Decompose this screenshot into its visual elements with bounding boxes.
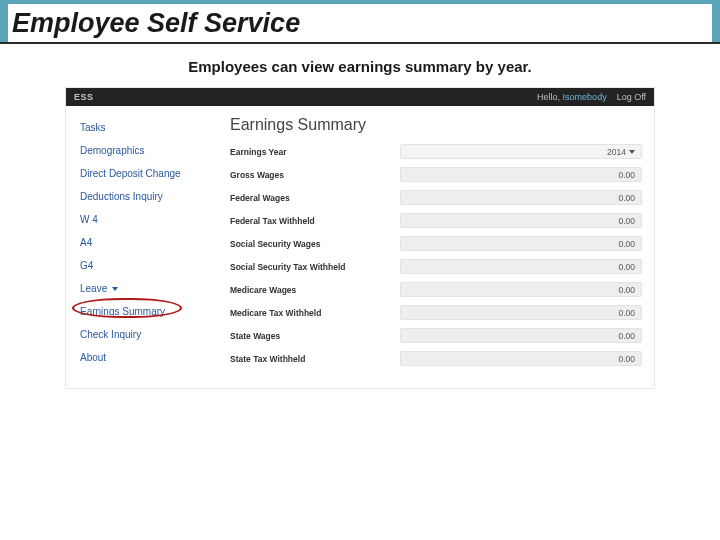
field-label: Federal Wages xyxy=(230,193,400,203)
field-label: Social Security Tax Withheld xyxy=(230,262,400,272)
row-federal-wages: Federal Wages 0.00 xyxy=(230,190,642,205)
earnings-year-select[interactable]: 2014 xyxy=(400,144,642,159)
sidebar-item-g4[interactable]: G4 xyxy=(78,254,218,277)
field-value: 0.00 xyxy=(400,351,642,366)
slide-title: Employee Self Service xyxy=(8,4,712,42)
field-value: 0.00 xyxy=(400,259,642,274)
app-screenshot: ESS Hello, Isomebody Log Off Tasks Demog… xyxy=(65,87,655,389)
earnings-year-row: Earnings Year 2014 xyxy=(230,144,642,159)
row-medicare-wages: Medicare Wages 0.00 xyxy=(230,282,642,297)
field-value: 0.00 xyxy=(400,190,642,205)
topbar-right: Hello, Isomebody Log Off xyxy=(537,92,646,102)
slide-caption: Employees can view earnings summary by y… xyxy=(0,44,720,87)
field-label: Medicare Wages xyxy=(230,285,400,295)
slide-title-bar: Employee Self Service xyxy=(0,0,720,44)
field-value: 0.00 xyxy=(400,167,642,182)
sidebar-item-about[interactable]: About xyxy=(78,346,218,369)
sidebar-item-w4[interactable]: W 4 xyxy=(78,208,218,231)
sidebar-item-earnings-summary[interactable]: Earnings Summary xyxy=(78,300,218,323)
sidebar-item-tasks[interactable]: Tasks xyxy=(78,116,218,139)
chevron-down-icon xyxy=(629,150,635,154)
sidebar-item-deductions-inquiry[interactable]: Deductions Inquiry xyxy=(78,185,218,208)
field-value: 0.00 xyxy=(400,213,642,228)
row-medicare-tax-withheld: Medicare Tax Withheld 0.00 xyxy=(230,305,642,320)
earnings-year-label: Earnings Year xyxy=(230,147,400,157)
page-heading: Earnings Summary xyxy=(230,116,642,134)
row-state-tax-withheld: State Tax Withheld 0.00 xyxy=(230,351,642,366)
sidebar-item-demographics[interactable]: Demographics xyxy=(78,139,218,162)
row-federal-tax-withheld: Federal Tax Withheld 0.00 xyxy=(230,213,642,228)
chevron-down-icon xyxy=(112,287,118,291)
field-value: 0.00 xyxy=(400,282,642,297)
app-topbar: ESS Hello, Isomebody Log Off xyxy=(66,88,654,106)
sidebar-item-a4[interactable]: A4 xyxy=(78,231,218,254)
sidebar-nav: Tasks Demographics Direct Deposit Change… xyxy=(78,116,218,374)
field-label: Gross Wages xyxy=(230,170,400,180)
logoff-link[interactable]: Log Off xyxy=(617,92,646,102)
main-panel: Earnings Summary Earnings Year 2014 Gros… xyxy=(218,116,642,374)
sidebar-item-leave[interactable]: Leave xyxy=(78,277,218,300)
field-value: 0.00 xyxy=(400,305,642,320)
row-social-security-wages: Social Security Wages 0.00 xyxy=(230,236,642,251)
greeting-text: Hello, Isomebody xyxy=(537,92,607,102)
field-label: State Wages xyxy=(230,331,400,341)
field-label: Social Security Wages xyxy=(230,239,400,249)
username-link[interactable]: Isomebody xyxy=(563,92,607,102)
field-value: 0.00 xyxy=(400,236,642,251)
app-brand[interactable]: ESS xyxy=(74,92,94,102)
field-value: 0.00 xyxy=(400,328,642,343)
sidebar-item-direct-deposit-change[interactable]: Direct Deposit Change xyxy=(78,162,218,185)
row-state-wages: State Wages 0.00 xyxy=(230,328,642,343)
row-gross-wages: Gross Wages 0.00 xyxy=(230,167,642,182)
field-label: Federal Tax Withheld xyxy=(230,216,400,226)
field-label: State Tax Withheld xyxy=(230,354,400,364)
row-social-security-tax-withheld: Social Security Tax Withheld 0.00 xyxy=(230,259,642,274)
field-label: Medicare Tax Withheld xyxy=(230,308,400,318)
sidebar-item-check-inquiry[interactable]: Check Inquiry xyxy=(78,323,218,346)
app-body: Tasks Demographics Direct Deposit Change… xyxy=(66,106,654,388)
